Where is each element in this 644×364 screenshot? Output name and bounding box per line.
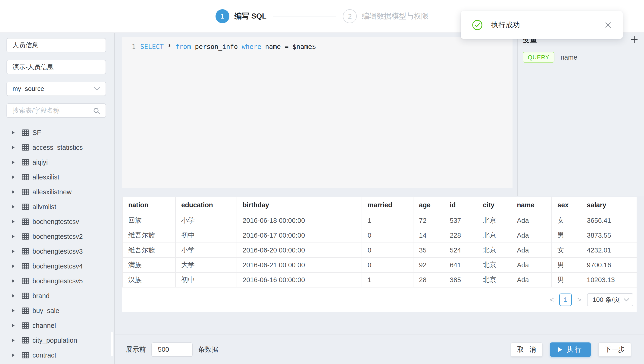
tree-item-buy-sale[interactable]: buy_sale <box>6 303 114 318</box>
caret-right-icon[interactable] <box>11 293 15 298</box>
results-table: nation education birthday married age id… <box>122 197 637 287</box>
tree-item-bochengtestcsv5[interactable]: bochengtestcsv5 <box>6 274 114 288</box>
tree-item-contract[interactable]: contract <box>6 348 114 362</box>
sql-keyword: where <box>242 43 261 51</box>
table-icon <box>22 129 29 136</box>
tree-item-sf[interactable]: SF <box>6 125 114 140</box>
execute-button-label: 执行 <box>567 345 583 354</box>
cell: 385 <box>444 272 477 287</box>
tree-item-label: contract <box>32 351 56 359</box>
caret-right-icon[interactable] <box>11 175 15 179</box>
cell: 14 <box>413 228 444 243</box>
column-header: nation <box>122 197 176 213</box>
page-size-value: 100 条/页 <box>592 295 620 304</box>
cell: 小学 <box>176 213 237 228</box>
table-icon <box>22 204 29 210</box>
tree-item-label: bochengtestcsv <box>32 218 79 226</box>
caret-right-icon[interactable] <box>11 323 15 328</box>
tree-item-label: channel <box>32 322 56 329</box>
current-page-button[interactable]: 1 <box>559 293 572 306</box>
next-page-button[interactable]: > <box>576 296 583 304</box>
cell: 2016-06-21 00:00:00 <box>237 258 362 272</box>
caret-right-icon[interactable] <box>11 279 15 283</box>
datasource-select[interactable]: my_source <box>6 82 106 96</box>
cell: 大学 <box>176 258 237 272</box>
cell: 小学 <box>176 243 237 258</box>
cell: 女 <box>552 213 581 228</box>
plus-icon <box>630 36 638 44</box>
cell: Ada <box>511 243 552 258</box>
add-variable-button[interactable] <box>630 36 638 44</box>
cell: Ada <box>511 272 552 287</box>
table-icon <box>22 174 29 180</box>
table-icon <box>22 337 29 344</box>
caret-right-icon[interactable] <box>11 249 15 254</box>
caret-right-icon[interactable] <box>11 338 15 343</box>
cell: Ada <box>511 213 552 228</box>
sidebar-scrollbar-thumb[interactable] <box>111 332 113 356</box>
caret-right-icon[interactable] <box>11 353 15 357</box>
variable-row[interactable]: QUERY name <box>518 46 644 63</box>
caret-right-icon[interactable] <box>11 264 15 268</box>
cell: 1 <box>362 272 413 287</box>
cell: 10203.13 <box>581 272 637 287</box>
cell: 0 <box>362 243 413 258</box>
dataset-description-input[interactable] <box>6 60 106 74</box>
row-limit-suffix: 条数据 <box>198 345 218 354</box>
cell: 0 <box>362 228 413 243</box>
prev-page-button[interactable]: < <box>548 296 555 304</box>
table-icon <box>22 263 29 269</box>
cell: 3873.55 <box>581 228 637 243</box>
chevron-down-icon <box>624 298 629 301</box>
caret-right-icon[interactable] <box>11 219 15 224</box>
cell: 537 <box>444 213 477 228</box>
cell: 28 <box>413 272 444 287</box>
tree-item-bochengtestcsv4[interactable]: bochengtestcsv4 <box>6 259 114 274</box>
cell: 满族 <box>122 258 176 272</box>
tree-item-allesxilist[interactable]: allesxilist <box>6 170 114 185</box>
tree-item-allvmlist[interactable]: allvmlist <box>6 199 114 214</box>
tree-item-bochengtestcsv[interactable]: bochengtestcsv <box>6 214 114 229</box>
search-box <box>6 103 106 118</box>
cancel-button[interactable]: 取 消 <box>511 342 542 357</box>
table-icon <box>22 248 29 255</box>
tree-item-label: SF <box>32 129 41 136</box>
caret-right-icon[interactable] <box>11 308 15 313</box>
dataset-name-input[interactable] <box>6 38 106 52</box>
table-row: 汉族 初中 2016-06-16 00:00:00 1 28 385 北京 Ad… <box>122 272 637 287</box>
play-icon <box>558 347 562 352</box>
cell: 35 <box>413 243 444 258</box>
tree-item-bochengtestcsv2[interactable]: bochengtestcsv2 <box>6 229 114 244</box>
caret-right-icon[interactable] <box>11 160 15 165</box>
row-limit-input[interactable] <box>152 342 192 357</box>
execute-button[interactable]: 执行 <box>550 342 591 357</box>
caret-right-icon[interactable] <box>11 205 15 209</box>
tree-item-label: brand <box>32 292 50 300</box>
tree-item-allesxilistnew[interactable]: allesxilistnew <box>6 185 114 199</box>
tree-item-access-statistics[interactable]: access_statistics <box>6 140 114 155</box>
success-icon <box>472 20 483 31</box>
close-icon[interactable] <box>605 22 612 29</box>
next-step-button[interactable]: 下一步 <box>598 342 631 357</box>
table-icon <box>22 189 29 195</box>
tree-item-label: buy_sale <box>32 307 59 315</box>
tree-item-channel[interactable]: channel <box>6 318 114 333</box>
tree-item-bochengtestcsv3[interactable]: bochengtestcsv3 <box>6 244 114 259</box>
cell: 1 <box>362 213 413 228</box>
caret-right-icon[interactable] <box>11 190 15 194</box>
cell: Ada <box>511 258 552 272</box>
column-header: name <box>511 197 552 213</box>
caret-right-icon[interactable] <box>11 234 15 239</box>
caret-right-icon[interactable] <box>11 145 15 150</box>
cell: 男 <box>552 228 581 243</box>
step-1-label: 编写 SQL <box>234 11 267 21</box>
caret-right-icon[interactable] <box>11 130 15 135</box>
tree-item-city-population[interactable]: city_population <box>6 333 114 348</box>
search-input[interactable] <box>7 104 106 117</box>
success-toast: 执行成功 <box>461 11 623 39</box>
sql-editor[interactable]: 1SELECT * from person_info where name = … <box>122 37 512 188</box>
step-2-circle: 2 <box>343 9 357 23</box>
page-size-select[interactable]: 100 条/页 <box>587 293 633 306</box>
tree-item-aiqiyi[interactable]: aiqiyi <box>6 155 114 170</box>
tree-item-brand[interactable]: brand <box>6 288 114 303</box>
